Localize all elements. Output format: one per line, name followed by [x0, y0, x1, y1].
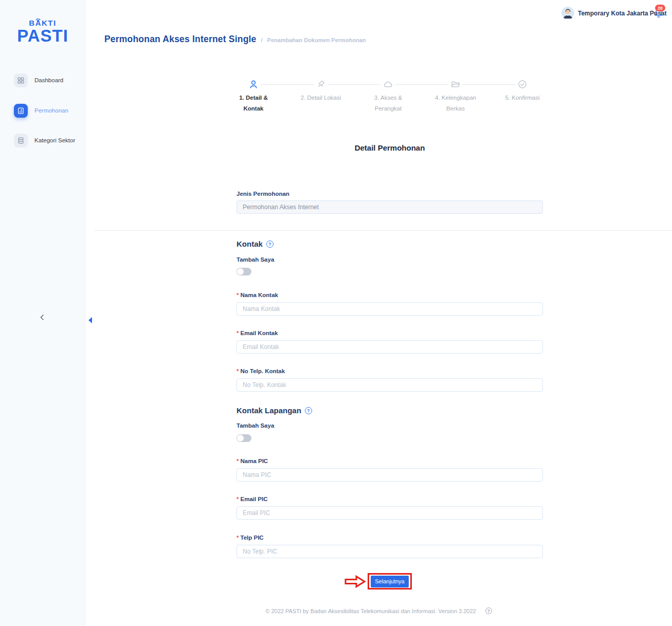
- document-icon: [14, 104, 28, 118]
- field-label-text: Email Kontak: [240, 330, 278, 336]
- step-label: Berkas: [422, 105, 489, 112]
- required-marker: *: [237, 496, 239, 502]
- breadcrumb-current: Penambahan Dokumen Permohonan: [267, 37, 366, 43]
- brand-logo: BAKTI PASTI: [0, 19, 85, 45]
- sidebar-item-label: Permohonan: [34, 107, 68, 114]
- toggle-knob: [237, 435, 244, 441]
- notification-count-badge: 20: [655, 5, 665, 11]
- tambah-saya-lapangan-toggle[interactable]: [237, 434, 251, 442]
- section-title-text: Kontak Lapangan: [237, 406, 301, 415]
- tambah-saya-label: Tambah Saya: [237, 422, 274, 429]
- brand-name-bottom: PASTI: [0, 27, 85, 45]
- section-title-text: Kontak: [237, 240, 263, 248]
- field-label-text: Email PIC: [240, 496, 267, 502]
- breadcrumb: Permohonan Akses Internet Single / Penam…: [104, 34, 366, 45]
- step-label: Kontak: [220, 105, 287, 112]
- email-kontak-label: * Email Kontak: [237, 330, 278, 336]
- email-pic-label: * Email PIC: [237, 496, 268, 502]
- annotation-highlight-box: Selanjutnya: [368, 573, 412, 590]
- app-window: BAKTI PASTI Dashboard Permohonan Kategor…: [0, 0, 672, 626]
- nama-kontak-input[interactable]: [237, 302, 543, 316]
- stepper-connector: [261, 84, 314, 85]
- step-label: 3. Akses &: [355, 95, 422, 101]
- breadcrumb-separator: /: [261, 37, 263, 43]
- step-label: Perangkat: [355, 105, 422, 112]
- selanjutnya-button[interactable]: Selanjutnya: [371, 576, 409, 587]
- required-marker: *: [237, 292, 239, 298]
- required-marker: *: [237, 330, 239, 336]
- stepper-connector: [463, 84, 516, 85]
- section-heading: Detail Permohonan: [237, 143, 543, 152]
- folder-icon: [451, 80, 460, 89]
- field-label-text: Nama PIC: [240, 458, 268, 464]
- sidebar-item-label: Kategori Sektor: [34, 137, 75, 143]
- no-telp-kontak-label: * No Telp. Kontak: [237, 368, 285, 374]
- footer-help-icon[interactable]: ?: [485, 607, 492, 614]
- step-label: 2. Detail Lokasi: [287, 95, 354, 101]
- kontak-lapangan-section-title: Kontak Lapangan ?: [237, 406, 312, 415]
- sidebar-item-permohonan[interactable]: Permohonan: [0, 100, 85, 121]
- nama-kontak-label: * Nama Kontak: [237, 292, 278, 298]
- field-label-text: No Telp. Kontak: [240, 368, 285, 374]
- required-marker: *: [237, 458, 239, 464]
- user-icon: [249, 80, 258, 89]
- list-icon: [14, 134, 28, 148]
- required-marker: *: [237, 368, 239, 374]
- page-title: Permohonan Akses Internet Single: [104, 34, 257, 45]
- no-telp-kontak-input[interactable]: [237, 378, 543, 392]
- stepper-connector: [395, 84, 448, 85]
- sidebar-collapse-chevron-icon[interactable]: [39, 314, 46, 323]
- telp-pic-label: * Telp PIC: [237, 535, 264, 541]
- nama-pic-input[interactable]: [237, 468, 543, 482]
- section-divider: [94, 230, 672, 231]
- sidebar: BAKTI PASTI Dashboard Permohonan Kategor…: [0, 0, 85, 626]
- step-label: 5. Konfirmasi: [489, 95, 556, 101]
- step-label: 1. Detail &: [220, 95, 287, 101]
- email-pic-input[interactable]: [237, 506, 543, 520]
- wifi-icon: [34, 15, 42, 24]
- user-menu[interactable]: Temporary Kota Jakarta Pusat: [561, 7, 667, 20]
- email-kontak-input[interactable]: [237, 340, 543, 354]
- sidebar-item-dashboard[interactable]: Dashboard: [0, 70, 85, 90]
- field-label-text: Jenis Permohonan: [237, 191, 289, 197]
- kontak-section-title: Kontak ?: [237, 240, 274, 248]
- jenis-permohonan-label: Jenis Permohonan: [237, 191, 289, 197]
- annotation-arrow-icon: [344, 575, 366, 590]
- stepper-connector: [328, 84, 381, 85]
- field-label-text: Nama Kontak: [240, 292, 278, 298]
- sidebar-item-label: Dashboard: [34, 77, 63, 83]
- pushpin-icon: [316, 80, 325, 89]
- help-icon[interactable]: ?: [266, 241, 274, 248]
- nama-pic-label: * Nama PIC: [237, 458, 268, 464]
- check-circle-icon: [518, 80, 527, 89]
- avatar: [561, 7, 574, 20]
- tambah-saya-toggle[interactable]: [237, 268, 251, 275]
- jenis-permohonan-input: [237, 200, 543, 214]
- step-label: 4. Kelengkapan: [422, 95, 489, 101]
- grid-icon: [14, 73, 28, 87]
- tambah-saya-label: Tambah Saya: [237, 256, 274, 263]
- cloud-icon: [384, 80, 393, 89]
- sidebar-resize-handle-icon[interactable]: [88, 317, 93, 326]
- help-icon[interactable]: ?: [305, 407, 312, 414]
- toggle-knob: [237, 268, 244, 275]
- footer: © 2022 PASTI by Badan Aksesibilitas Tele…: [85, 607, 672, 614]
- sidebar-item-kategori-sektor[interactable]: Kategori Sektor: [0, 130, 85, 151]
- copyright-text: © 2022 PASTI by Badan Aksesibilitas Tele…: [265, 608, 476, 614]
- required-marker: *: [237, 535, 239, 541]
- telp-pic-input[interactable]: [237, 545, 543, 558]
- field-label-text: Telp PIC: [240, 535, 263, 541]
